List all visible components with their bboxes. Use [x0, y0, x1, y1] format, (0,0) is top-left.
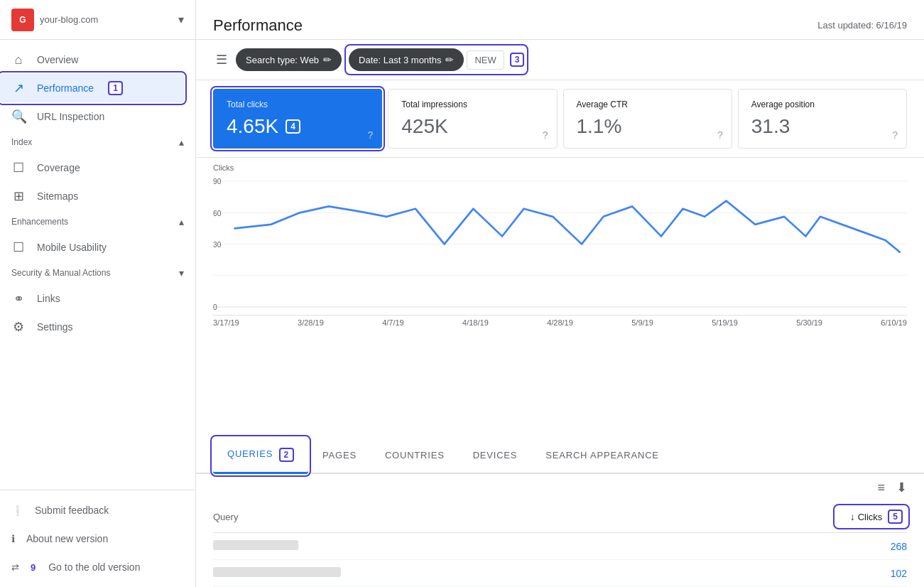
metric-value: 31.3 [751, 115, 893, 138]
filter-rows-icon[interactable]: ≡ [877, 480, 885, 495]
tab-label: QUERIES [227, 448, 273, 459]
metric-label: Average position [751, 99, 893, 109]
enhancements-section-label: Enhancements [11, 217, 68, 227]
go-to-old-version-item[interactable]: ⇄ 9 Go to the old version [0, 553, 195, 581]
sidebar-item-label: Coverage [37, 162, 80, 173]
chevron-down-icon[interactable]: ▾ [178, 13, 184, 26]
coverage-icon: ☐ [11, 160, 26, 176]
x-label: 5/30/19 [796, 318, 822, 327]
main-content: Performance Last updated: 6/16/19 ☰ Sear… [196, 0, 924, 587]
index-section-label: Index [11, 137, 32, 147]
metric-total-clicks[interactable]: Total clicks 4.65K 4 ? [213, 89, 382, 149]
tabs-row: QUERIES 2 PAGES COUNTRIES DEVICES SEARCH… [196, 438, 924, 474]
metric-value: 425K [401, 115, 543, 138]
mobile-icon: ☐ [11, 239, 26, 255]
sidebar-item-mobile-usability[interactable]: ☐ Mobile Usability [0, 233, 184, 262]
sidebar-logo: G your-blog.com ▾ [0, 0, 195, 40]
sidebar-item-coverage[interactable]: ☐ Coverage [0, 154, 184, 182]
old-version-badge: 9 [31, 562, 36, 573]
table-header: Query ↓ Clicks 5 [213, 501, 907, 533]
x-label: 3/17/19 [213, 318, 239, 327]
sidebar-item-links[interactable]: ⚭ Links [0, 284, 184, 313]
sidebar-item-label: Mobile Usability [37, 242, 107, 253]
edit-icon: ✏ [323, 54, 332, 65]
sidebar-item-performance[interactable]: ↗ Performance 1 [0, 74, 184, 102]
about-new-version-item[interactable]: ℹ About new version [0, 524, 195, 553]
sidebar-bottom: ❕ Submit feedback ℹ About new version ⇄ … [0, 490, 195, 587]
metrics-row: Total clicks 4.65K 4 ? Total impressions… [196, 80, 924, 158]
old-version-label: Go to the old version [48, 561, 140, 573]
tab-queries[interactable]: QUERIES 2 [213, 438, 308, 474]
sidebar-nav: ⌂ Overview ↗ Performance 1 🔍 URL Inspect… [0, 40, 195, 490]
metric-value: 1.1% [577, 115, 719, 138]
about-label: About new version [26, 533, 108, 544]
metric-total-impressions[interactable]: Total impressions 425K ? [388, 89, 557, 149]
sidebar-item-overview[interactable]: ⌂ Overview [0, 45, 184, 74]
metric-label: Total impressions [401, 99, 543, 109]
blurred-query [213, 567, 341, 577]
row-clicks: 268 [836, 541, 907, 552]
help-icon[interactable]: ? [367, 129, 373, 141]
svg-text:90: 90 [213, 177, 221, 185]
logo-text: your-blog.com [40, 14, 173, 25]
annotation-badge-4: 4 [286, 119, 300, 134]
edit-icon: ✏ [445, 54, 454, 65]
chevron-up-icon: ▴ [179, 216, 184, 227]
settings-icon: ⚙ [11, 319, 26, 335]
chart-area: Clicks 90 60 30 0 3/17/19 3/28/19 4/7/19 [196, 158, 924, 438]
chart-y-label: Clicks [213, 163, 907, 172]
x-label: 4/18/19 [462, 318, 489, 327]
chevron-down-icon: ▾ [179, 267, 184, 279]
help-icon[interactable]: ? [892, 129, 898, 141]
chevron-up-icon: ▴ [179, 136, 184, 148]
tab-pages[interactable]: PAGES [308, 440, 371, 473]
home-icon: ⌂ [11, 53, 26, 68]
index-section-header[interactable]: Index ▴ [0, 131, 195, 154]
col-clicks-header[interactable]: ↓ Clicks 5 [836, 507, 907, 527]
table-row: 268 [213, 533, 907, 560]
switch-icon: ⇄ [11, 562, 19, 573]
date-label: Date: Last 3 months [359, 55, 441, 65]
col-clicks-label: Clicks [858, 512, 883, 522]
sidebar-item-label: Links [37, 293, 60, 304]
links-icon: ⚭ [11, 291, 26, 306]
sidebar-item-settings[interactable]: ⚙ Settings [0, 313, 184, 341]
sidebar-item-sitemaps[interactable]: ⊞ Sitemaps [0, 182, 184, 210]
security-section-header[interactable]: Security & Manual Actions ▾ [0, 262, 195, 284]
download-icon[interactable]: ⬇ [896, 480, 907, 495]
last-updated: Last updated: 6/16/19 [817, 20, 907, 31]
search-icon: 🔍 [11, 109, 26, 124]
enhancements-section-header[interactable]: Enhancements ▴ [0, 210, 195, 233]
annotation-badge-1: 1 [108, 81, 123, 95]
blurred-query [213, 540, 298, 550]
x-label: 5/19/19 [712, 318, 738, 327]
toolbar: ☰ Search type: Web ✏ Date: Last 3 months… [196, 40, 924, 80]
submit-feedback-item[interactable]: ❕ Submit feedback [0, 496, 195, 524]
metric-average-position[interactable]: Average position 31.3 ? [738, 89, 907, 149]
x-label: 5/9/19 [631, 318, 653, 327]
metric-value: 4.65K [227, 115, 278, 138]
tab-countries[interactable]: COUNTRIES [371, 440, 459, 473]
table-toolbar: ≡ ⬇ [213, 474, 907, 501]
tab-search-appearance[interactable]: SEARCH APPEARANCE [531, 440, 673, 473]
x-label: 4/7/19 [382, 318, 404, 327]
sidebar-item-label: Settings [37, 321, 73, 333]
filter-icon[interactable]: ☰ [213, 49, 230, 70]
x-label: 6/10/19 [881, 318, 907, 327]
tab-label: SEARCH APPEARANCE [545, 450, 659, 461]
search-type-filter[interactable]: Search type: Web ✏ [236, 48, 342, 71]
tab-devices[interactable]: DEVICES [459, 440, 532, 473]
annotation-badge-2: 2 [279, 448, 294, 462]
row-query [213, 540, 836, 552]
new-button[interactable]: NEW [467, 50, 504, 70]
info-icon: ℹ [11, 533, 15, 544]
tab-label: COUNTRIES [385, 450, 445, 461]
table-area: ≡ ⬇ Query ↓ Clicks 5 268 102 [196, 474, 924, 587]
metric-average-ctr[interactable]: Average CTR 1.1% ? [563, 89, 732, 149]
sidebar-item-url-inspection[interactable]: 🔍 URL Inspection [0, 102, 184, 131]
sidebar-item-label: Overview [37, 54, 78, 65]
help-icon[interactable]: ? [717, 129, 723, 141]
col-query-header: Query [213, 512, 836, 522]
help-icon[interactable]: ? [543, 129, 548, 141]
date-filter[interactable]: Date: Last 3 months ✏ [349, 48, 464, 71]
